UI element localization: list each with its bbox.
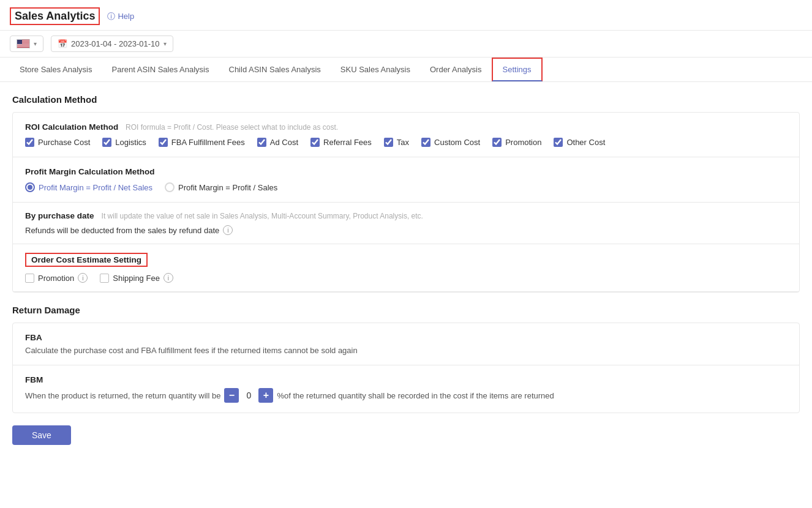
radio-sales[interactable]: Profit Margin = Profit / Sales xyxy=(165,182,277,192)
tab-sku[interactable]: SKU Sales Analysis xyxy=(331,59,420,81)
referral-fees-checkbox[interactable] xyxy=(310,138,320,147)
calculation-method-title: Calculation Method xyxy=(12,94,800,105)
purchase-date-row: By purchase date It will update the valu… xyxy=(25,211,787,220)
checkbox-promotion[interactable]: Promotion xyxy=(492,138,541,147)
decrease-qty-button[interactable]: − xyxy=(224,388,239,403)
promotion-unchecked xyxy=(25,274,34,283)
radio-net-sales[interactable]: Profit Margin = Profit / Net Sales xyxy=(25,182,152,192)
country-selector[interactable]: ▾ xyxy=(10,35,43,52)
profit-margin-section: Profit Margin Calculation Method Profit … xyxy=(13,157,799,203)
shipping-fee-info-icon[interactable]: i xyxy=(164,273,173,283)
other-cost-checkbox[interactable] xyxy=(554,138,563,147)
chevron-down-icon: ▾ xyxy=(164,40,167,47)
purchase-date-description: It will update the value of net sale in … xyxy=(102,212,423,220)
increase-qty-button[interactable]: + xyxy=(258,388,273,403)
roi-section: ROI Calculation Method ROI formula = Pro… xyxy=(13,113,799,157)
roi-description: ROI formula = Profit / Cost. Please sele… xyxy=(126,123,338,132)
refund-info-icon[interactable]: i xyxy=(223,225,233,235)
radio-net-sales-circle xyxy=(25,182,35,192)
fba-description: Calculate the purchase cost and FBA fulf… xyxy=(25,346,787,355)
promotion-info-icon[interactable]: i xyxy=(78,273,88,283)
profit-margin-title: Profit Margin Calculation Method xyxy=(25,167,787,176)
date-range-selector[interactable]: 📅 2023-01-04 - 2023-01-10 ▾ xyxy=(51,35,173,52)
checkbox-referral-fees[interactable]: Referral Fees xyxy=(310,138,372,147)
calculation-card: ROI Calculation Method ROI formula = Pro… xyxy=(12,112,800,293)
fbm-description-after: %of the returned quantity shall be recor… xyxy=(277,391,554,400)
chevron-down-icon: ▾ xyxy=(34,40,37,47)
checkbox-purchase-cost[interactable]: Purchase Cost xyxy=(25,138,90,147)
order-cost-title: Order Cost Estimate Setting xyxy=(25,253,148,267)
tab-child-asin[interactable]: Child ASIN Sales Analysis xyxy=(219,59,331,81)
toolbar: ▾ 📅 2023-01-04 - 2023-01-10 ▾ xyxy=(0,31,812,58)
help-label: Help xyxy=(118,12,134,21)
custom-cost-checkbox[interactable] xyxy=(421,138,430,147)
order-cost-section: Order Cost Estimate Setting Promotion i … xyxy=(13,244,799,292)
return-damage-title: Return Damage xyxy=(12,305,800,315)
checkbox-custom-cost[interactable]: Custom Cost xyxy=(421,138,480,147)
order-cost-checkboxes: Promotion i Shipping Fee i xyxy=(25,273,787,283)
purchase-date-section: By purchase date It will update the valu… xyxy=(13,203,799,244)
tab-order[interactable]: Order Analysis xyxy=(420,59,492,81)
checkbox-fba-fees[interactable]: FBA Fulfillment Fees xyxy=(159,138,245,147)
return-damage-card: FBA Calculate the purchase cost and FBA … xyxy=(12,323,800,413)
tax-checkbox[interactable] xyxy=(384,138,393,147)
date-range-value: 2023-01-04 - 2023-01-10 xyxy=(71,39,160,48)
checkbox-order-promotion[interactable]: Promotion i xyxy=(25,273,88,283)
radio-sales-circle xyxy=(165,182,175,192)
fbm-description-before: When the product is returned, the return… xyxy=(25,391,220,400)
tab-settings[interactable]: Settings xyxy=(492,58,543,81)
nav-tabs: Store Sales Analysis Parent ASIN Sales A… xyxy=(0,58,812,82)
checkbox-logistics[interactable]: Logistics xyxy=(102,138,146,147)
checkbox-other-cost[interactable]: Other Cost xyxy=(554,138,605,147)
purchase-cost-checkbox[interactable] xyxy=(25,138,34,147)
refund-row: Refunds will be deducted from the sales … xyxy=(25,225,787,235)
shipping-fee-unchecked xyxy=(100,274,109,283)
calendar-icon: 📅 xyxy=(58,39,67,48)
roi-checkboxes: Purchase Cost Logistics FBA Fulfillment … xyxy=(25,138,787,147)
refund-text: Refunds will be deducted from the sales … xyxy=(25,226,219,235)
checkbox-tax[interactable]: Tax xyxy=(384,138,409,147)
info-icon: ⓘ xyxy=(107,11,115,22)
fba-title: FBA xyxy=(25,333,787,342)
flag-us-icon xyxy=(17,39,30,48)
fba-section: FBA Calculate the purchase cost and FBA … xyxy=(13,323,799,365)
fbm-section: FBM When the product is returned, the re… xyxy=(13,365,799,413)
main-content: Calculation Method ROI Calculation Metho… xyxy=(0,82,812,508)
save-button[interactable]: Save xyxy=(12,425,71,445)
help-link[interactable]: ⓘ Help xyxy=(107,11,134,22)
header: Sales Analytics ⓘ Help xyxy=(0,0,812,31)
roi-title: ROI Calculation Method ROI formula = Pro… xyxy=(25,122,787,132)
fbm-row: When the product is returned, the return… xyxy=(25,388,787,403)
promotion-checkbox[interactable] xyxy=(492,138,502,147)
tab-parent-asin[interactable]: Parent ASIN Sales Analysis xyxy=(102,59,219,81)
qty-value: 0 xyxy=(242,390,255,400)
profit-margin-options: Profit Margin = Profit / Net Sales Profi… xyxy=(25,182,787,192)
tab-store-sales[interactable]: Store Sales Analysis xyxy=(10,59,102,81)
fbm-title: FBM xyxy=(25,375,787,384)
checkbox-shipping-fee[interactable]: Shipping Fee i xyxy=(100,273,173,283)
fba-fees-checkbox[interactable] xyxy=(159,138,168,147)
purchase-date-label: By purchase date xyxy=(25,211,94,220)
app-title: Sales Analytics xyxy=(10,7,100,25)
logistics-checkbox[interactable] xyxy=(102,138,111,147)
checkbox-ad-cost[interactable]: Ad Cost xyxy=(257,138,298,147)
ad-cost-checkbox[interactable] xyxy=(257,138,266,147)
